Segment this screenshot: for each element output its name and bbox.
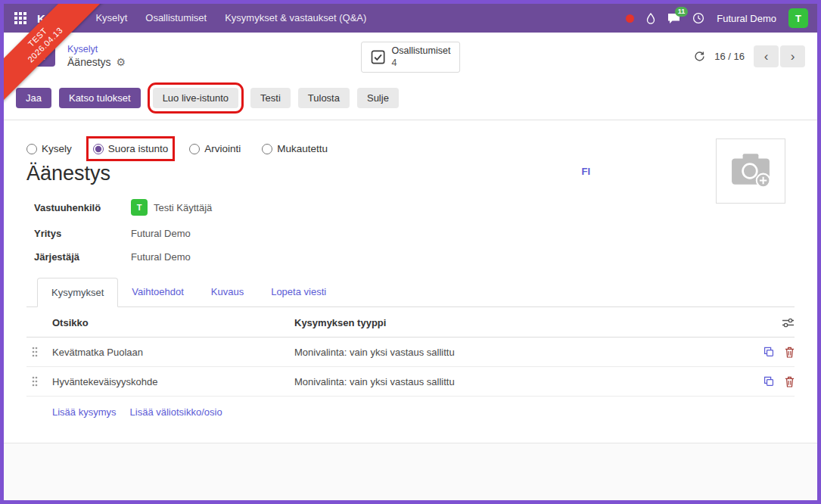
tab-lopeta-viesti[interactable]: Lopeta viesti <box>257 278 340 307</box>
radio-mukautettu[interactable]: Mukautettu <box>262 143 328 154</box>
activities-clock-icon[interactable] <box>692 12 704 24</box>
responsible-value[interactable]: T Testi Käyttäjä <box>131 199 212 216</box>
test-button[interactable]: Testi <box>250 88 291 108</box>
delete-icon[interactable] <box>785 347 795 358</box>
breadcrumb-current: Äänestys <box>67 56 111 68</box>
pager-next-button[interactable]: › <box>780 45 805 67</box>
responsible-label: Vastuuhenkilö <box>34 202 131 213</box>
add-section-link[interactable]: Lisää väliotsikko/osio <box>130 406 222 418</box>
column-header-type[interactable]: Kysymyksen tyyppi <box>294 317 734 328</box>
nav-item-osallistumiset[interactable]: Osallistumiset <box>136 4 216 33</box>
messages-badge: 11 <box>675 7 689 17</box>
tab-kysymykset[interactable]: Kysymykset <box>37 278 118 307</box>
survey-title[interactable]: Äänestys <box>26 162 795 185</box>
messages-icon[interactable]: 11 <box>667 13 680 24</box>
column-header-title[interactable]: Otsikko <box>52 317 294 328</box>
pager-count[interactable]: 16 / 16 <box>714 51 745 62</box>
nav-item-qa[interactable]: Kysymykset & vastaukset (Q&A) <box>216 4 375 33</box>
tab-vaihtoehdot[interactable]: Vaihtoehdot <box>118 278 197 307</box>
drag-handle-icon[interactable] <box>26 375 52 387</box>
user-menu[interactable]: Futural Demo <box>717 13 776 24</box>
pager-prev-button[interactable]: ‹ <box>754 45 779 67</box>
responsible-avatar: T <box>131 199 148 216</box>
company-value[interactable]: Futural Demo <box>131 228 191 239</box>
organizer-value[interactable]: Futural Demo <box>131 251 191 263</box>
delete-icon[interactable] <box>785 376 795 387</box>
responsible-field: Vastuuhenkilö T Testi Käyttäjä <box>34 199 795 216</box>
optional-columns-icon[interactable] <box>782 317 795 328</box>
breadcrumb: Kyselyt Äänestys ⚙ <box>67 44 126 68</box>
actions-gear-icon[interactable]: ⚙ <box>117 57 126 67</box>
language-badge[interactable]: FI <box>581 166 590 177</box>
survey-form-sheet: FI Kysely Suora istunto <box>4 120 817 443</box>
radio-mukautettu-input[interactable] <box>262 144 272 154</box>
app-window: Kyselyt Kyselyt Osallistumiset Kysymykse… <box>0 0 821 504</box>
close-button[interactable]: Sulje <box>357 88 399 108</box>
print-button[interactable]: Tulosta <box>298 88 350 108</box>
stat-button-label: Osallistumiset <box>392 45 451 58</box>
question-title-cell[interactable]: Kevätmatka Puolaan <box>52 347 294 358</box>
main-content: FI Kysely Suora istunto <box>4 120 817 500</box>
organizer-field: Järjestäjä Futural Demo <box>34 251 795 263</box>
check-square-icon <box>371 50 385 64</box>
droplet-icon[interactable] <box>646 13 655 24</box>
status-bar-buttons: Jaa Katso tulokset Luo live-istunto Test… <box>4 79 817 120</box>
question-type-cell[interactable]: Monivalinta: vain yksi vastaus sallittu <box>294 347 734 358</box>
pager: 16 / 16 ‹ › <box>694 45 805 67</box>
participations-stat-button[interactable]: Osallistumiset 4 <box>361 42 461 73</box>
radio-suora-istunto[interactable]: Suora istunto <box>93 143 169 154</box>
see-results-button[interactable]: Katso tulokset <box>59 88 141 108</box>
navbar-systray: 11 Futural Demo T <box>626 8 808 28</box>
organizer-label: Järjestäjä <box>34 251 131 263</box>
duplicate-icon[interactable] <box>763 347 774 357</box>
top-navbar: Kyselyt Kyselyt Osallistumiset Kysymykse… <box>4 4 817 33</box>
apps-menu-icon[interactable] <box>13 9 33 27</box>
user-avatar[interactable]: T <box>788 8 808 28</box>
create-live-session-button[interactable]: Luo live-istunto <box>153 88 238 108</box>
questions-table-footer: Lisää kysymys Lisää väliotsikko/osio <box>26 397 795 429</box>
radio-arviointi[interactable]: Arviointi <box>189 143 241 154</box>
questions-table-header: Otsikko Kysymyksen tyyppi <box>26 307 795 338</box>
stat-button-value: 4 <box>392 58 397 70</box>
drag-handle-icon[interactable] <box>26 346 52 358</box>
question-row: Hyväntekeväisyyskohde Monivalinta: vain … <box>26 367 795 397</box>
refresh-icon[interactable] <box>694 51 705 62</box>
radio-arviointi-input[interactable] <box>189 144 200 154</box>
camera-plus-icon <box>730 153 771 189</box>
add-question-link[interactable]: Lisää kysymys <box>52 406 117 418</box>
duplicate-icon[interactable] <box>763 376 774 387</box>
radio-kysely-input[interactable] <box>26 144 37 154</box>
question-title-cell[interactable]: Hyväntekeväisyyskohde <box>52 376 294 387</box>
radio-suora-istunto-input[interactable] <box>93 144 104 154</box>
breadcrumb-parent-link[interactable]: Kyselyt <box>67 44 126 54</box>
survey-type-radio-group: Kysely Suora istunto Arviointi Mukautett… <box>26 143 795 154</box>
questions-table: Otsikko Kysymyksen tyyppi Kevätmatka Puo… <box>26 307 795 429</box>
radio-kysely[interactable]: Kysely <box>26 143 72 154</box>
notebook-tabs: Kysymykset Vaihtoehdot Kuvaus Lopeta vie… <box>26 278 795 307</box>
company-label: Yritys <box>34 228 131 239</box>
grid-icon <box>14 12 26 24</box>
question-type-cell[interactable]: Monivalinta: vain yksi vastaus sallittu <box>294 376 734 387</box>
status-dot-icon[interactable] <box>626 14 634 23</box>
company-field: Yritys Futural Demo <box>34 228 795 239</box>
question-row: Kevätmatka Puolaan Monivalinta: vain yks… <box>26 338 795 367</box>
share-button[interactable]: Jaa <box>16 88 51 108</box>
control-panel: Uusi Kyselyt Äänestys ⚙ Osallistumiset 4… <box>4 33 817 79</box>
image-upload-placeholder[interactable] <box>716 138 785 204</box>
tab-kuvaus[interactable]: Kuvaus <box>197 278 257 307</box>
